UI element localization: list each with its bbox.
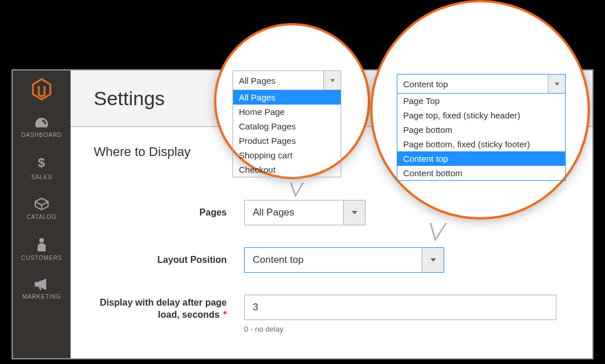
- layout-option[interactable]: Page bottom, fixed (sticky footer): [397, 137, 565, 151]
- layout-dropdown-list: Page Top Page top, fixed (sticky header)…: [397, 94, 566, 181]
- layout-dropdown-value: Content top: [397, 79, 548, 89]
- pages-option[interactable]: Catalog Pages: [233, 119, 341, 133]
- callout-pointer: [426, 223, 447, 242]
- magento-icon: [31, 77, 52, 101]
- box-icon: [35, 198, 49, 210]
- pages-dropdown-combo[interactable]: All Pages: [233, 70, 341, 90]
- nav-label: DASHBOARD: [21, 132, 62, 138]
- sidebar-item-customers[interactable]: CUSTOMERS: [21, 237, 62, 261]
- chevron-down-icon: [323, 71, 341, 90]
- nav-label: MARKETING: [23, 294, 61, 300]
- required-marker: *: [223, 310, 227, 320]
- pages-dropdown-value: All Pages: [233, 76, 323, 86]
- callout-layout: Content top Page Top Page top, fixed (st…: [370, 0, 590, 220]
- pages-option[interactable]: All Pages: [233, 90, 341, 105]
- chevron-down-icon: [343, 200, 365, 225]
- pages-option[interactable]: Shopping cart: [233, 148, 341, 162]
- pages-option[interactable]: Product Pages: [233, 133, 341, 148]
- field-delay: Display with delay after page load, seco…: [94, 295, 569, 333]
- layout-option[interactable]: Page Top: [397, 94, 565, 108]
- sidebar-item-catalog[interactable]: CATALOG: [27, 198, 57, 220]
- nav-label: SALES: [31, 174, 52, 180]
- layout-dropdown-combo[interactable]: Content top: [397, 74, 566, 94]
- magento-logo: [31, 77, 52, 101]
- gauge-icon: [34, 117, 49, 128]
- person-icon: [36, 237, 47, 251]
- layout-label: Layout Position: [94, 254, 244, 266]
- sidebar: DASHBOARD $ SALES CATALOG CUSTOMERS MARK…: [13, 70, 71, 358]
- pages-option[interactable]: Checkout: [233, 162, 341, 177]
- field-layout: Layout Position Content top: [94, 247, 569, 273]
- delay-label: Display with delay after page load, seco…: [94, 295, 244, 321]
- chevron-down-icon: [422, 248, 444, 272]
- megaphone-icon: [35, 278, 49, 290]
- layout-option[interactable]: Content top: [397, 151, 565, 166]
- delay-hint: 0 - no delay: [244, 325, 556, 333]
- layout-option[interactable]: Page bottom: [397, 122, 565, 137]
- pages-label: Pages: [94, 207, 244, 219]
- chevron-down-icon: [548, 75, 565, 93]
- delay-input[interactable]: [244, 295, 556, 320]
- pages-value: All Pages: [245, 207, 343, 218]
- dollar-icon: $: [38, 155, 45, 170]
- layout-option[interactable]: Page top, fixed (sticky header): [397, 108, 565, 122]
- pages-dropdown-list: All Pages Home Page Catalog Pages Produc…: [233, 90, 341, 177]
- layout-option[interactable]: Content bottom: [397, 166, 565, 180]
- svg-point-0: [39, 238, 44, 243]
- sidebar-item-marketing[interactable]: MARKETING: [23, 278, 61, 300]
- layout-select[interactable]: Content top: [244, 247, 444, 273]
- layout-value: Content top: [245, 254, 422, 266]
- sidebar-item-sales[interactable]: $ SALES: [31, 155, 52, 180]
- nav-label: CATALOG: [27, 214, 57, 220]
- page-title: Settings: [94, 87, 165, 110]
- callout-pointer: [289, 183, 304, 198]
- pages-option[interactable]: Home Page: [233, 105, 341, 119]
- nav-label: CUSTOMERS: [21, 255, 62, 261]
- pages-select[interactable]: All Pages: [244, 200, 366, 225]
- sidebar-item-dashboard[interactable]: DASHBOARD: [21, 117, 62, 138]
- callout-pages: All Pages All Pages Home Page Catalog Pa…: [214, 23, 370, 179]
